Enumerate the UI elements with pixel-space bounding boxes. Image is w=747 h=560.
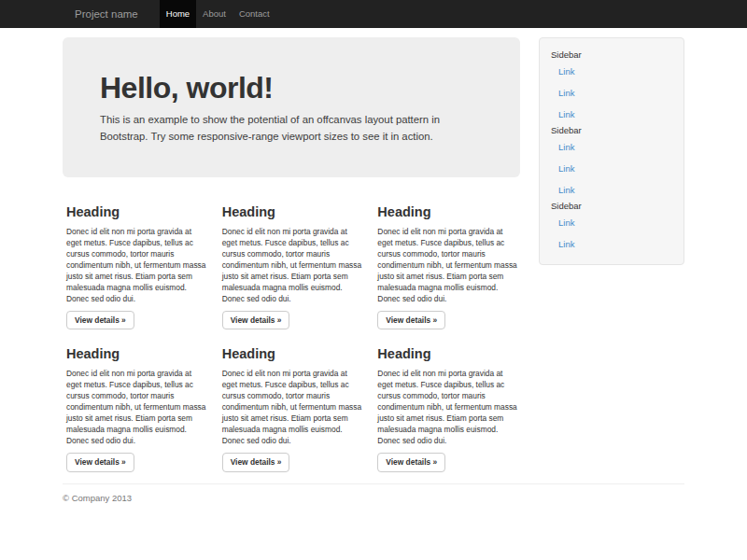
sidebar-link[interactable]: Link (551, 82, 672, 104)
card-heading: Heading (66, 203, 209, 220)
nav-item-contact: Contact (233, 0, 276, 28)
view-details-button[interactable]: View details » (377, 453, 445, 471)
card-heading: Heading (377, 345, 520, 362)
card-text: Donec id elit non mi porta gravida at eg… (222, 226, 365, 304)
nav-link-about[interactable]: About (196, 0, 233, 28)
card-4: Heading Donec id elit non mi porta gravi… (66, 329, 209, 471)
view-details-button[interactable]: View details » (222, 311, 290, 329)
sidebar-link[interactable]: Link (551, 179, 672, 201)
card-heading: Heading (377, 203, 520, 220)
card-heading: Heading (66, 345, 209, 362)
card-text: Donec id elit non mi porta gravida at eg… (377, 368, 520, 446)
card-text: Donec id elit non mi porta gravida at eg… (377, 226, 520, 304)
footer-copyright: © Company 2013 (63, 493, 684, 503)
card-2: Heading Donec id elit non mi porta gravi… (222, 177, 365, 329)
nav-link-home[interactable]: Home (160, 0, 196, 28)
main-column: Hello, world! This is an example to show… (63, 28, 520, 472)
cards-row-1: Heading Donec id elit non mi porta gravi… (66, 177, 520, 329)
card-text: Donec id elit non mi porta gravida at eg… (66, 368, 209, 446)
sidebar-link[interactable]: Link (551, 233, 672, 255)
nav-item-about: About (196, 0, 233, 28)
sidebar-link[interactable]: Link (551, 61, 672, 82)
card-3: Heading Donec id elit non mi porta gravi… (377, 177, 520, 329)
card-6: Heading Donec id elit non mi porta gravi… (377, 329, 520, 471)
sidebar-link[interactable]: Link (551, 158, 672, 179)
navbar: Project name Home About Contact (0, 0, 747, 28)
sidebar-section-title: Sidebar (551, 125, 672, 136)
nav-item-home: Home (160, 0, 196, 28)
navbar-menu: Home About Contact (160, 0, 276, 28)
sidebar-section-title: Sidebar (551, 49, 672, 61)
sidebar-link[interactable]: Link (551, 212, 672, 233)
nav-link-contact[interactable]: Contact (233, 0, 276, 28)
jumbotron-text: This is an example to show the potential… (100, 112, 486, 145)
card-text: Donec id elit non mi porta gravida at eg… (66, 226, 209, 304)
footer: © Company 2013 (63, 483, 684, 503)
footer-divider (63, 483, 684, 484)
cards-row-2: Heading Donec id elit non mi porta gravi… (66, 329, 520, 471)
card-text: Donec id elit non mi porta gravida at eg… (222, 368, 365, 446)
content-row: Hello, world! This is an example to show… (63, 28, 684, 472)
card-1: Heading Donec id elit non mi porta gravi… (66, 177, 209, 329)
navbar-brand[interactable]: Project name (63, 0, 150, 28)
sidebar-link[interactable]: Link (551, 104, 672, 125)
card-heading: Heading (222, 203, 365, 220)
sidebar: Sidebar Link Link Link Sidebar Link Link… (539, 37, 684, 265)
view-details-button[interactable]: View details » (222, 453, 290, 471)
sidebar-section-title: Sidebar (551, 201, 672, 212)
page-container: Hello, world! This is an example to show… (63, 28, 684, 503)
sidebar-section-3: Sidebar Link Link (551, 201, 672, 255)
view-details-button[interactable]: View details » (66, 453, 134, 471)
navbar-container: Project name Home About Contact (63, 0, 684, 28)
jumbotron-title: Hello, world! (100, 73, 486, 103)
sidebar-link[interactable]: Link (551, 136, 672, 158)
cards-area: Heading Donec id elit non mi porta gravi… (63, 177, 520, 472)
column-gutter (520, 28, 539, 472)
card-heading: Heading (222, 345, 365, 362)
sidebar-section-2: Sidebar Link Link Link (551, 125, 672, 201)
view-details-button[interactable]: View details » (377, 311, 445, 329)
view-details-button[interactable]: View details » (66, 311, 134, 329)
card-5: Heading Donec id elit non mi porta gravi… (222, 329, 365, 471)
jumbotron: Hello, world! This is an example to show… (63, 37, 520, 177)
sidebar-section-1: Sidebar Link Link Link (551, 49, 672, 125)
